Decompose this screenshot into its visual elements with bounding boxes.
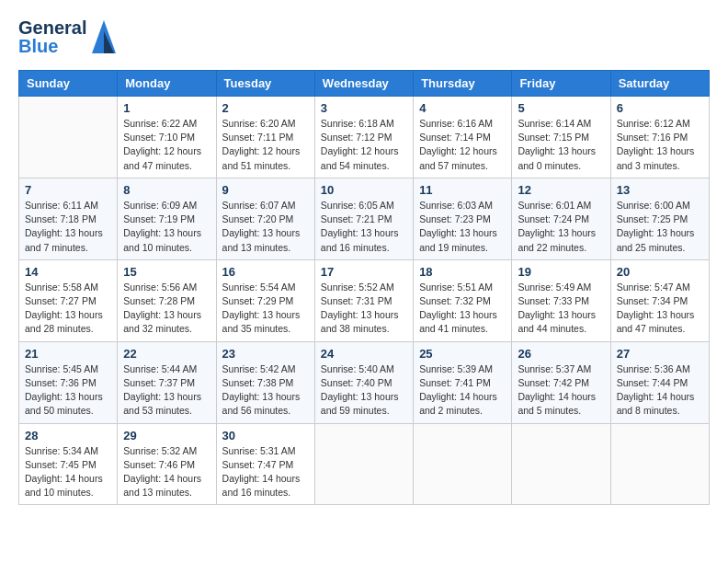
- calendar-week-row: 7Sunrise: 6:11 AM Sunset: 7:18 PM Daylig…: [19, 178, 710, 259]
- calendar-week-row: 14Sunrise: 5:58 AM Sunset: 7:27 PM Dayli…: [19, 259, 710, 341]
- calendar-cell: [512, 423, 610, 505]
- weekday-header-tuesday: Tuesday: [216, 71, 314, 97]
- day-number: 26: [518, 347, 604, 361]
- day-number: 11: [419, 183, 506, 197]
- calendar-cell: 3Sunrise: 6:18 AM Sunset: 7:12 PM Daylig…: [314, 97, 413, 178]
- day-info: Sunrise: 5:34 AM Sunset: 7:45 PM Dayligh…: [25, 444, 111, 500]
- calendar-cell: 9Sunrise: 6:07 AM Sunset: 7:20 PM Daylig…: [216, 178, 314, 259]
- calendar-cell: 23Sunrise: 5:42 AM Sunset: 7:38 PM Dayli…: [216, 341, 314, 423]
- day-info: Sunrise: 5:49 AM Sunset: 7:33 PM Dayligh…: [518, 281, 604, 337]
- day-info: Sunrise: 6:05 AM Sunset: 7:21 PM Dayligh…: [321, 199, 407, 255]
- day-info: Sunrise: 5:51 AM Sunset: 7:32 PM Dayligh…: [419, 281, 506, 337]
- calendar-cell: 11Sunrise: 6:03 AM Sunset: 7:23 PM Dayli…: [414, 178, 512, 259]
- day-info: Sunrise: 5:58 AM Sunset: 7:27 PM Dayligh…: [25, 281, 111, 337]
- day-info: Sunrise: 5:32 AM Sunset: 7:46 PM Dayligh…: [123, 444, 210, 500]
- calendar-cell: [314, 423, 413, 505]
- logo: General Blue: [18, 18, 118, 55]
- weekday-header-sunday: Sunday: [19, 71, 118, 97]
- calendar-cell: 25Sunrise: 5:39 AM Sunset: 7:41 PM Dayli…: [414, 341, 512, 423]
- calendar-cell: 6Sunrise: 6:12 AM Sunset: 7:16 PM Daylig…: [610, 97, 709, 178]
- weekday-header-saturday: Saturday: [610, 71, 709, 97]
- day-info: Sunrise: 6:07 AM Sunset: 7:20 PM Dayligh…: [222, 199, 309, 255]
- day-number: 10: [321, 183, 407, 197]
- calendar-cell: 21Sunrise: 5:45 AM Sunset: 7:36 PM Dayli…: [19, 341, 118, 423]
- day-info: Sunrise: 5:54 AM Sunset: 7:29 PM Dayligh…: [222, 281, 309, 337]
- day-number: 24: [321, 347, 407, 361]
- day-info: Sunrise: 6:11 AM Sunset: 7:18 PM Dayligh…: [25, 199, 111, 255]
- calendar-cell: 29Sunrise: 5:32 AM Sunset: 7:46 PM Dayli…: [118, 423, 216, 505]
- day-info: Sunrise: 5:31 AM Sunset: 7:47 PM Dayligh…: [222, 444, 309, 500]
- calendar-table: SundayMondayTuesdayWednesdayThursdayFrid…: [18, 70, 710, 505]
- day-info: Sunrise: 6:01 AM Sunset: 7:24 PM Dayligh…: [518, 199, 604, 255]
- calendar-cell: 15Sunrise: 5:56 AM Sunset: 7:28 PM Dayli…: [118, 259, 216, 341]
- day-info: Sunrise: 6:09 AM Sunset: 7:19 PM Dayligh…: [123, 199, 210, 255]
- day-number: 30: [222, 429, 309, 442]
- weekday-header-monday: Monday: [118, 71, 216, 97]
- calendar-cell: 30Sunrise: 5:31 AM Sunset: 7:47 PM Dayli…: [216, 423, 314, 505]
- calendar-cell: 10Sunrise: 6:05 AM Sunset: 7:21 PM Dayli…: [314, 178, 413, 259]
- calendar-cell: 20Sunrise: 5:47 AM Sunset: 7:34 PM Dayli…: [610, 259, 709, 341]
- day-number: 22: [123, 347, 210, 361]
- day-number: 29: [123, 429, 210, 442]
- calendar-cell: 26Sunrise: 5:37 AM Sunset: 7:42 PM Dayli…: [512, 341, 610, 423]
- calendar-cell: 12Sunrise: 6:01 AM Sunset: 7:24 PM Dayli…: [512, 178, 610, 259]
- day-info: Sunrise: 5:45 AM Sunset: 7:36 PM Dayligh…: [25, 362, 111, 419]
- calendar-week-row: 1Sunrise: 6:22 AM Sunset: 7:10 PM Daylig…: [19, 97, 710, 178]
- calendar-cell: 17Sunrise: 5:52 AM Sunset: 7:31 PM Dayli…: [314, 259, 413, 341]
- day-info: Sunrise: 6:18 AM Sunset: 7:12 PM Dayligh…: [321, 117, 407, 173]
- calendar-cell: 16Sunrise: 5:54 AM Sunset: 7:29 PM Dayli…: [216, 259, 314, 341]
- calendar-cell: 4Sunrise: 6:16 AM Sunset: 7:14 PM Daylig…: [414, 97, 512, 178]
- calendar-body: 1Sunrise: 6:22 AM Sunset: 7:10 PM Daylig…: [19, 97, 710, 505]
- calendar-cell: 13Sunrise: 6:00 AM Sunset: 7:25 PM Dayli…: [610, 178, 709, 259]
- calendar-cell: 2Sunrise: 6:20 AM Sunset: 7:11 PM Daylig…: [216, 97, 314, 178]
- calendar-cell: 5Sunrise: 6:14 AM Sunset: 7:15 PM Daylig…: [512, 97, 610, 178]
- day-info: Sunrise: 6:20 AM Sunset: 7:11 PM Dayligh…: [222, 117, 309, 173]
- day-number: 2: [222, 101, 309, 115]
- day-number: 20: [617, 265, 703, 279]
- calendar-cell: [610, 423, 709, 505]
- day-info: Sunrise: 6:22 AM Sunset: 7:10 PM Dayligh…: [123, 117, 210, 173]
- calendar-cell: 8Sunrise: 6:09 AM Sunset: 7:19 PM Daylig…: [118, 178, 216, 259]
- calendar-cell: 22Sunrise: 5:44 AM Sunset: 7:37 PM Dayli…: [118, 341, 216, 423]
- calendar-cell: 14Sunrise: 5:58 AM Sunset: 7:27 PM Dayli…: [19, 259, 118, 341]
- day-number: 1: [123, 101, 210, 115]
- day-number: 14: [25, 265, 111, 279]
- day-number: 25: [419, 347, 506, 361]
- day-number: 3: [321, 101, 407, 115]
- day-number: 18: [419, 265, 506, 279]
- logo-text-blue: Blue: [18, 37, 86, 55]
- calendar-header: SundayMondayTuesdayWednesdayThursdayFrid…: [19, 71, 710, 97]
- day-info: Sunrise: 6:00 AM Sunset: 7:25 PM Dayligh…: [617, 199, 703, 255]
- day-info: Sunrise: 5:40 AM Sunset: 7:40 PM Dayligh…: [321, 362, 407, 419]
- day-number: 8: [123, 183, 210, 197]
- day-info: Sunrise: 5:42 AM Sunset: 7:38 PM Dayligh…: [222, 362, 309, 419]
- day-info: Sunrise: 6:03 AM Sunset: 7:23 PM Dayligh…: [419, 199, 506, 255]
- logo-text-general: General: [18, 18, 86, 37]
- day-number: 16: [222, 265, 309, 279]
- day-number: 5: [518, 101, 604, 115]
- weekday-header-wednesday: Wednesday: [314, 71, 413, 97]
- day-info: Sunrise: 5:36 AM Sunset: 7:44 PM Dayligh…: [617, 362, 703, 419]
- calendar-cell: 28Sunrise: 5:34 AM Sunset: 7:45 PM Dayli…: [19, 423, 118, 505]
- day-number: 7: [25, 183, 111, 197]
- day-info: Sunrise: 5:47 AM Sunset: 7:34 PM Dayligh…: [617, 281, 703, 337]
- calendar-week-row: 28Sunrise: 5:34 AM Sunset: 7:45 PM Dayli…: [19, 423, 710, 505]
- calendar-week-row: 21Sunrise: 5:45 AM Sunset: 7:36 PM Dayli…: [19, 341, 710, 423]
- day-number: 27: [617, 347, 703, 361]
- day-info: Sunrise: 5:39 AM Sunset: 7:41 PM Dayligh…: [419, 362, 506, 419]
- day-number: 19: [518, 265, 604, 279]
- weekday-header-friday: Friday: [512, 71, 610, 97]
- calendar-cell: 18Sunrise: 5:51 AM Sunset: 7:32 PM Dayli…: [414, 259, 512, 341]
- day-number: 13: [617, 183, 703, 197]
- calendar-cell: 1Sunrise: 6:22 AM Sunset: 7:10 PM Daylig…: [118, 97, 216, 178]
- calendar-cell: 27Sunrise: 5:36 AM Sunset: 7:44 PM Dayli…: [610, 341, 709, 423]
- calendar-cell: 7Sunrise: 6:11 AM Sunset: 7:18 PM Daylig…: [19, 178, 118, 259]
- day-number: 12: [518, 183, 604, 197]
- day-info: Sunrise: 6:16 AM Sunset: 7:14 PM Dayligh…: [419, 117, 506, 173]
- day-number: 21: [25, 347, 111, 361]
- day-number: 17: [321, 265, 407, 279]
- calendar-cell: [19, 97, 118, 178]
- day-info: Sunrise: 6:14 AM Sunset: 7:15 PM Dayligh…: [518, 117, 604, 173]
- day-number: 6: [617, 101, 703, 115]
- day-number: 15: [123, 265, 210, 279]
